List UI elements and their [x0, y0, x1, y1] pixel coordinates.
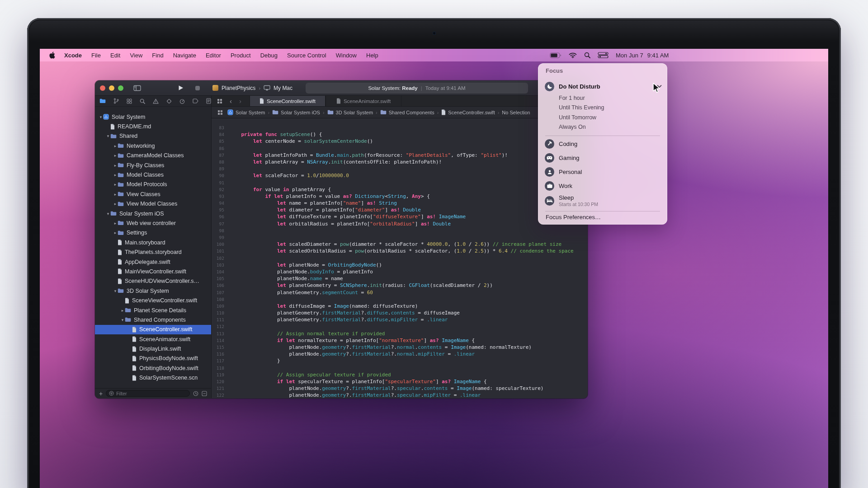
focus-mode-coding[interactable]: Coding [538, 137, 667, 151]
menu-file[interactable]: File [91, 52, 101, 59]
code-line-107[interactable]: 107 planetGeometry.segmentCount = 60 [212, 289, 588, 296]
tree-item-physicsbodynode-swift[interactable]: PhysicsBodyNode.swift [95, 354, 211, 363]
code-line-105[interactable]: 105 planetNode.name = name [212, 275, 588, 282]
menu-help[interactable]: Help [366, 52, 378, 59]
code-line-116[interactable]: 116 planetNode.geometry?.firstMaterial?.… [212, 351, 588, 357]
code-line-112[interactable]: 112 [212, 323, 588, 330]
scheme-selector[interactable]: PlanetPhysics › My Mac [212, 85, 292, 91]
code-line-119[interactable]: 119 // Assign specular texture if provid… [212, 371, 588, 378]
control-center-icon[interactable] [598, 52, 609, 58]
focus-option-for-1-hour[interactable]: For 1 hour [559, 93, 663, 103]
tab-overview-icon[interactable] [217, 99, 222, 104]
focus-mode-gaming[interactable]: Gaming [538, 151, 667, 165]
code-line-88[interactable]: 88 let planetArray = NSArray.init(conten… [212, 159, 588, 165]
code-line-84[interactable]: 84 private func setupScene() { [212, 131, 588, 138]
tree-item-shared-components[interactable]: ▾Shared Components [95, 315, 211, 324]
code-line-103[interactable]: 103 let planetNode = OrbitingBodyNode() [212, 262, 588, 268]
disclosure-closed-icon[interactable]: ▸ [113, 192, 118, 197]
navigator-debug-icon[interactable] [179, 99, 185, 104]
code-line-122[interactable]: 122 planetNode.geometry?.firstMaterial?.… [212, 392, 588, 398]
disclosure-closed-icon[interactable]: ▸ [113, 153, 118, 158]
zoom-window-button[interactable] [118, 85, 123, 91]
focus-mode-personal[interactable]: Personal [538, 165, 667, 179]
code-line-109[interactable]: 109 let diffuseImage = Image(named: diff… [212, 303, 588, 310]
tree-item-orbitingbodynode-swift[interactable]: OrbitingBodyNode.swift [95, 363, 211, 373]
tree-item-sceneanimator-swift[interactable]: SceneAnimator.swift [95, 334, 211, 344]
focus-mode-work[interactable]: Work [538, 179, 667, 193]
menu-product[interactable]: Product [231, 52, 251, 59]
minimize-window-button[interactable] [109, 85, 114, 91]
code-line-93[interactable]: 93 if let planetInfo = value as? Diction… [212, 193, 588, 200]
recent-files-icon[interactable] [193, 391, 198, 396]
code-line-108[interactable]: 108 [212, 296, 588, 303]
disclosure-open-icon[interactable]: ▾ [120, 318, 125, 322]
stop-button[interactable] [195, 85, 200, 91]
search-icon[interactable] [584, 52, 590, 58]
tree-item-solar-system-ios[interactable]: ▾Solar System iOS [95, 209, 211, 218]
tree-item-scenehudviewcontroller-s-[interactable]: SceneHUDViewController.s… [95, 277, 211, 286]
run-button[interactable] [178, 85, 184, 91]
menu-edit[interactable]: Edit [110, 52, 120, 59]
navigator-breakpoints-icon[interactable] [193, 99, 198, 103]
menu-xcode[interactable]: Xcode [64, 52, 82, 59]
add-file-button[interactable]: + [99, 390, 103, 397]
tree-item-fly-by-classes[interactable]: ▸Fly-By Classes [95, 160, 211, 170]
battery-icon[interactable] [550, 52, 561, 58]
tree-item-shared[interactable]: ▾Shared [95, 131, 211, 141]
focus-preferences-link[interactable]: Focus Preferences… [546, 214, 601, 221]
code-line-94[interactable]: 94 let name = planetInfo["name"] as! Str… [212, 200, 588, 206]
code-line-102[interactable]: 102 [212, 255, 588, 262]
tree-item-model-protocols[interactable]: ▸Model Protocols [95, 180, 211, 189]
code-line-97[interactable]: 97 let orbitalRadius = planetInfo["orbit… [212, 221, 588, 227]
wifi-icon[interactable] [569, 52, 577, 58]
code-line-118[interactable]: 118 [212, 365, 588, 371]
do-not-disturb-row[interactable]: Do Not Disturb [538, 80, 667, 92]
tree-item-view-classes[interactable]: ▸View Classes [95, 189, 211, 199]
disclosure-open-icon[interactable]: ▾ [106, 134, 110, 138]
code-line-86[interactable]: 86 [212, 145, 588, 152]
navigator-find-icon[interactable] [140, 99, 145, 104]
go-back-icon[interactable]: ‹ [230, 98, 232, 104]
code-line-96[interactable]: 96 let diffuseTexture = planetInfo["diff… [212, 213, 588, 220]
code-line-110[interactable]: 110 planetGeometry.firstMaterial?.diffus… [212, 310, 588, 316]
focus-option-until-tomorrow[interactable]: Until Tomorrow [559, 113, 663, 122]
disclosure-open-icon[interactable]: ▾ [106, 211, 110, 216]
menu-source-control[interactable]: Source Control [287, 52, 326, 59]
tree-item-displaylink-swift[interactable]: DisplayLink.swift [95, 344, 211, 353]
disclosure-open-icon[interactable]: ▾ [99, 115, 103, 119]
code-line-99[interactable]: 99 [212, 234, 588, 241]
code-line-101[interactable]: 101 let scaledOrbitalRadius = pow(orbita… [212, 248, 588, 254]
code-line-98[interactable]: 98 [212, 227, 588, 234]
close-window-button[interactable] [100, 85, 105, 91]
menu-window[interactable]: Window [336, 52, 357, 59]
tree-item-model-classes[interactable]: ▸Model Classes [95, 170, 211, 179]
tree-item-solar-system[interactable]: ▾Solar System [95, 112, 211, 122]
disclosure-closed-icon[interactable]: ▸ [113, 202, 118, 206]
tree-item-cameramodel-classes[interactable]: ▸CameraModel Classes [95, 151, 211, 160]
code-line-104[interactable]: 104 planetNode.bodyInfo = planetInfo [212, 268, 588, 275]
navigator-source-control-icon[interactable] [113, 98, 119, 104]
breadcrumb-item-solar-system-ios[interactable]: Solar System iOS [272, 110, 320, 115]
code-editor[interactable]: 8384 private func setupScene() {85 let c… [212, 118, 588, 398]
navigator-symbols-icon[interactable] [127, 99, 132, 104]
tree-item-solarsystemscene-scn[interactable]: SolarSystemScene.scn [95, 373, 211, 383]
code-line-115[interactable]: 115 planetNode.geometry?.firstMaterial?.… [212, 344, 588, 351]
tree-item-scenecontroller-swift[interactable]: SceneController.swift [95, 325, 211, 334]
tree-item-3d-solar-system[interactable]: ▾3D Solar System [95, 286, 211, 296]
tree-item-planet-scene-details[interactable]: ▸Planet Scene Details [95, 305, 211, 315]
code-line-92[interactable]: 92 for value in planetArray { [212, 186, 588, 193]
code-line-114[interactable]: 114 if let normalTexture = planetInfo["n… [212, 337, 588, 344]
navigator-project-icon[interactable] [99, 99, 106, 103]
disclosure-closed-icon[interactable]: ▸ [113, 173, 118, 177]
tree-item-sceneviewcontroller-swift[interactable]: SceneViewController.swift [95, 296, 211, 305]
code-line-113[interactable]: 113 // Assign normal texture if provided [212, 330, 588, 337]
disclosure-open-icon[interactable]: ▾ [113, 289, 118, 293]
tree-item-theplanets-storyboard[interactable]: ThePlanets.storyboard [95, 247, 211, 257]
navigator-reports-icon[interactable] [206, 98, 211, 104]
code-line-106[interactable]: 106 let planetGeometry = SCNSphere.init(… [212, 282, 588, 289]
tree-item-settings[interactable]: ▸Settings [95, 228, 211, 238]
code-line-89[interactable]: 89 [212, 165, 588, 172]
tree-item-mainviewcontroller-swift[interactable]: MainViewController.swift [95, 267, 211, 276]
apple-menu-icon[interactable] [49, 52, 56, 59]
disclosure-closed-icon[interactable]: ▸ [113, 144, 118, 148]
